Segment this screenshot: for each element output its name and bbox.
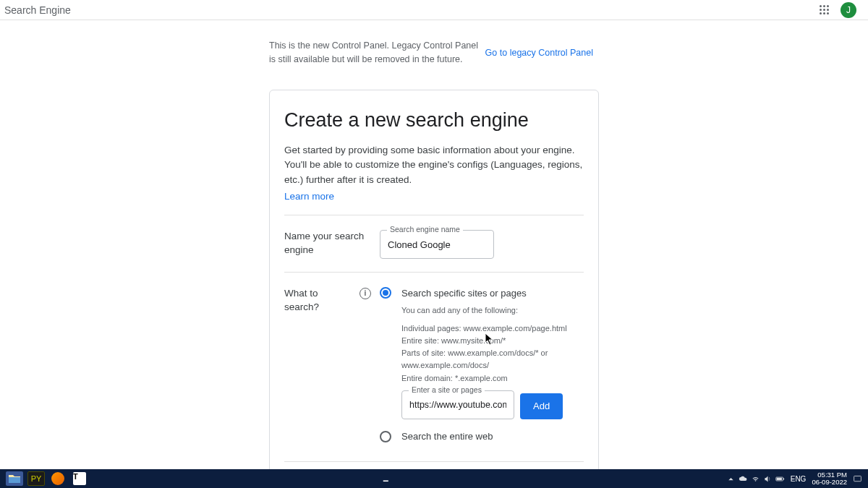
what-to-search-label: What to search? i: [284, 287, 371, 448]
main-content: This is the new Control Panel. Legacy Co…: [0, 20, 868, 488]
svg-rect-2: [776, 477, 781, 479]
clock[interactable]: 05:31 PM 06-09-2022: [812, 471, 847, 487]
radio-web-label: Search the entire web: [401, 431, 493, 442]
windows-taskbar: PY T ENG 05:31 PM 06-09-2022: [0, 469, 868, 488]
chevron-up-icon: [726, 474, 736, 484]
taskbar-apps: PY T: [6, 471, 88, 486]
site-field-label: Enter a site or pages: [409, 385, 485, 394]
apps-grid-icon[interactable]: [820, 5, 829, 14]
legacy-notice: This is the new Control Panel. Legacy Co…: [269, 29, 599, 77]
user-avatar[interactable]: J: [841, 2, 856, 18]
learn-more-link[interactable]: Learn more: [284, 191, 334, 202]
notice-text: This is the new Control Panel. Legacy Co…: [269, 39, 478, 67]
wifi-icon: [751, 474, 760, 484]
create-engine-card: Create a new search engine Get started b…: [269, 90, 599, 489]
site-url-input[interactable]: [401, 390, 514, 419]
text-app-icon[interactable]: T: [71, 471, 88, 486]
page-title: Search Engine: [4, 4, 71, 16]
pycharm-icon[interactable]: PY: [27, 471, 45, 486]
volume-icon: [763, 474, 773, 484]
file-explorer-icon[interactable]: [6, 471, 23, 486]
svg-rect-3: [854, 476, 861, 481]
firefox-icon[interactable]: [49, 471, 67, 486]
card-description: Get started by providing some basic info…: [284, 143, 584, 189]
add-site-button[interactable]: Add: [520, 393, 563, 419]
tray-lang[interactable]: ENG: [791, 475, 807, 483]
engine-name-label: Search engine name: [387, 225, 463, 234]
site-input-row: Enter a site or pages Add: [401, 390, 584, 419]
legacy-panel-link[interactable]: Go to legacy Control Panel: [485, 48, 593, 58]
header-actions: J: [820, 2, 856, 18]
name-section: Name your search engine Search engine na…: [284, 226, 584, 259]
radio-specific-sites[interactable]: Search specific sites or pages: [380, 287, 584, 299]
tray-icons[interactable]: [726, 474, 785, 484]
radio-specific-label: Search specific sites or pages: [401, 288, 527, 299]
site-examples-hint: You can add any of the following: Indivi…: [401, 304, 584, 384]
cloud-icon: [739, 474, 748, 484]
radio-icon-selected[interactable]: [380, 287, 391, 299]
info-icon[interactable]: i: [359, 288, 371, 299]
radio-icon-unselected[interactable]: [380, 431, 391, 442]
engine-name-input[interactable]: [380, 230, 494, 259]
battery-icon: [775, 474, 785, 484]
system-tray: ENG 05:31 PM 06-09-2022: [726, 471, 862, 487]
site-field-wrap: Enter a site or pages: [401, 390, 514, 419]
card-title: Create a new search engine: [284, 109, 584, 132]
top-header: Search Engine J: [0, 0, 868, 20]
divider: [284, 215, 584, 215]
divider: [284, 461, 584, 462]
radio-entire-web[interactable]: Search the entire web: [380, 431, 584, 442]
svg-rect-1: [783, 478, 784, 479]
what-to-search-section: What to search? i Search specific sites …: [284, 283, 584, 448]
divider: [284, 272, 584, 273]
notification-icon[interactable]: [853, 474, 862, 484]
engine-name-field-wrap: Search engine name: [380, 230, 494, 259]
name-section-label: Name your search engine: [284, 230, 371, 259]
